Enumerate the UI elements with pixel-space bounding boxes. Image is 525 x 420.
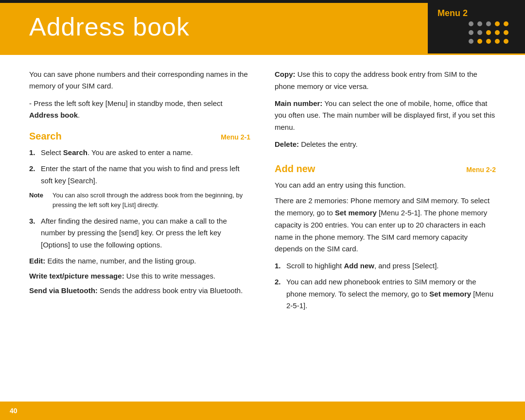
add-step-num-2: 2. xyxy=(275,276,284,312)
search-step-3: 3. After finding the desired name, you c… xyxy=(29,215,250,251)
add-new-step-2: 2. You can add new phonebook entries to … xyxy=(275,276,496,312)
add-new-section-body: You can add an entry using this function… xyxy=(275,179,496,316)
search-section-header: Search Menu 2-1 xyxy=(29,131,250,142)
add-step-2-bold: Set memory xyxy=(429,290,471,298)
dots-decoration xyxy=(469,21,515,46)
page-header: Address book Menu 2 xyxy=(0,0,525,53)
dot xyxy=(486,21,491,26)
intro-text-end: . xyxy=(78,111,80,119)
dot xyxy=(495,21,500,26)
send-text: Sends the address book entry via Bluetoo… xyxy=(98,286,243,295)
copy-bold: Copy: xyxy=(275,70,296,78)
add-new-section-header: Add new Menu 2-2 xyxy=(275,163,496,175)
search-menu-ref: Menu 2-1 xyxy=(221,133,250,141)
intro-text-before: - Press the left soft key [Menu] in stan… xyxy=(29,99,223,107)
menu-label: Menu 2 xyxy=(428,8,468,18)
add-new-body: There are 2 memories: Phone memory and S… xyxy=(275,195,496,255)
dot xyxy=(504,21,508,26)
step-1-before: Select xyxy=(41,148,63,157)
intro-paragraph-1: You can save phone numbers and their cor… xyxy=(29,69,250,92)
dot xyxy=(469,21,473,26)
page-number: 40 xyxy=(10,407,18,415)
note-block: Note You can also scroll through the add… xyxy=(29,191,250,210)
left-column: You can save phone numbers and their cor… xyxy=(29,69,250,391)
step-2-text: Enter the start of the name that you wis… xyxy=(41,163,250,187)
add-step-1-bold: Add new xyxy=(344,262,374,270)
send-option: Send via Bluetooth: Sends the address bo… xyxy=(29,285,250,297)
search-step-1: 1. Select Search. You are asked to enter… xyxy=(29,147,250,159)
write-text: Use this to write messages. xyxy=(124,272,216,280)
add-step-2-text: You can add new phonebook entries to SIM… xyxy=(286,276,496,312)
step-3-text: After finding the desired name, you can … xyxy=(41,215,250,251)
dot xyxy=(486,30,491,35)
step-1-after: . You are asked to enter a name. xyxy=(88,148,193,157)
note-text: You can also scroll through the address … xyxy=(52,191,250,210)
search-step-2: 2. Enter the start of the name that you … xyxy=(29,163,250,187)
edit-bold: Edit: xyxy=(29,257,45,265)
page-footer: 40 xyxy=(0,402,525,420)
add-step-1-text: Scroll to highlight Add new, and press [… xyxy=(286,260,438,272)
add-step-1-before: Scroll to highlight xyxy=(286,262,344,270)
delete-text: Deletes the entry. xyxy=(299,140,358,148)
step-num-3: 3. xyxy=(29,215,39,251)
intro-paragraph-2: - Press the left soft key [Menu] in stan… xyxy=(29,98,250,121)
add-new-menu-ref: Menu 2-2 xyxy=(466,166,496,174)
edit-text: Edits the name, number, and the listing … xyxy=(45,257,196,265)
delete-bold: Delete: xyxy=(275,140,299,148)
intro-bold: Address book xyxy=(29,111,78,119)
main-number-bold: Main number: xyxy=(275,99,322,107)
note-label: Note xyxy=(29,191,50,210)
step-num-1: 1. xyxy=(29,147,39,159)
search-title: Search xyxy=(29,131,62,142)
dot xyxy=(477,39,482,44)
dot xyxy=(477,30,482,35)
main-number-option: Main number: You can select the one of m… xyxy=(275,98,496,134)
right-column: Copy: Use this to copy the address book … xyxy=(275,69,496,391)
add-step-1-after: , and press [Select]. xyxy=(374,262,439,270)
step-1-text: Select Search. You are asked to enter a … xyxy=(41,147,193,159)
dot xyxy=(469,39,473,44)
delete-option: Delete: Deletes the entry. xyxy=(275,139,496,151)
step-num-2: 2. xyxy=(29,163,39,187)
write-bold: Write text/picture message: xyxy=(29,272,124,280)
body-bold: Set memory xyxy=(335,209,377,217)
add-step-num-1: 1. xyxy=(275,260,284,272)
dot xyxy=(477,21,482,26)
step-1-bold: Search xyxy=(63,148,88,157)
header-right-panel: Menu 2 xyxy=(428,0,525,53)
page-title: Address book xyxy=(29,12,190,41)
main-content: You can save phone numbers and their cor… xyxy=(0,55,525,401)
dot xyxy=(495,30,500,35)
write-option: Write text/picture message: Use this to … xyxy=(29,270,250,282)
dot xyxy=(486,39,491,44)
dot xyxy=(504,39,508,44)
dot xyxy=(469,30,473,35)
send-bold: Send via Bluetooth: xyxy=(29,286,98,295)
add-new-title: Add new xyxy=(275,163,315,175)
copy-option: Copy: Use this to copy the address book … xyxy=(275,69,496,93)
edit-option: Edit: Edits the name, number, and the li… xyxy=(29,255,250,267)
search-section-body: 1. Select Search. You are asked to enter… xyxy=(29,147,250,300)
add-new-intro: You can add an entry using this function… xyxy=(275,179,496,192)
add-new-step-1: 1. Scroll to highlight Add new, and pres… xyxy=(275,260,496,272)
dot xyxy=(495,39,500,44)
copy-text: Use this to copy the address book entry … xyxy=(275,70,477,90)
dot xyxy=(504,30,508,35)
